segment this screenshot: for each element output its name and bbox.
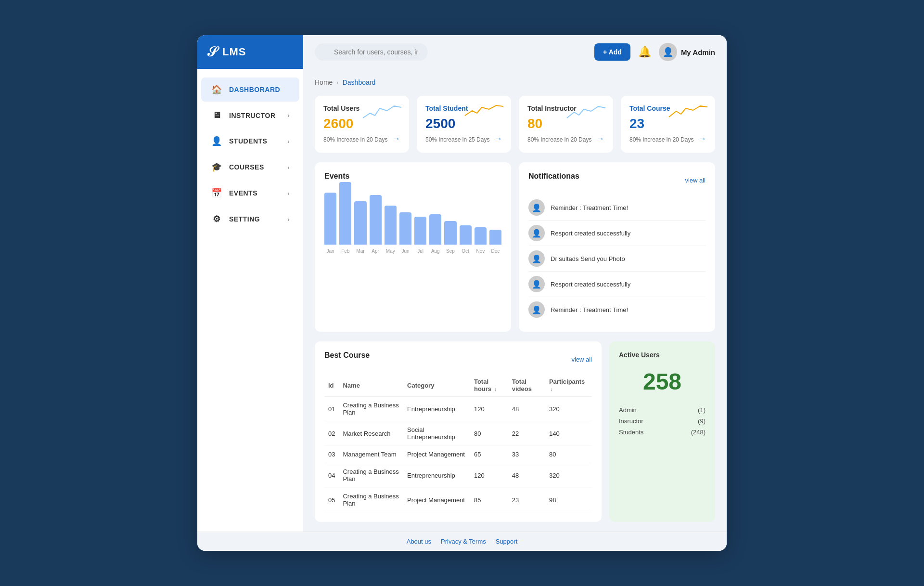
bar-item: Aug: [429, 214, 441, 254]
notif-avatar: 👤: [528, 276, 545, 292]
notif-header: Notificationas view all: [528, 172, 706, 188]
user-row: Students (248): [619, 427, 706, 438]
stats-row: Total Users 2600 80% Increase in 20 Days…: [315, 96, 715, 153]
sidebar-header: 𝒮 LMS: [197, 35, 303, 69]
bell-icon[interactable]: 🔔: [638, 46, 651, 58]
sidebar-item-students[interactable]: 👤 STUDENTS ›: [201, 129, 299, 153]
sidebar-item-setting[interactable]: ⚙ SETTING ›: [201, 207, 299, 231]
bar-item: Feb: [339, 182, 351, 254]
cell-name: Creating a Business Plan: [339, 397, 403, 421]
cell-videos: 23: [508, 488, 545, 512]
content-area: Home › Dashboard Total Users 2600 80% In…: [303, 69, 727, 532]
cell-id: 05: [324, 488, 339, 512]
bar-item: May: [385, 206, 397, 254]
header-actions: + Add 🔔 👤 My Admin: [594, 43, 715, 61]
cell-id: 03: [324, 446, 339, 463]
bar-label: Jul: [417, 248, 424, 254]
sidebar-label-students: STUDENTS: [229, 137, 267, 145]
stat-arrow-students[interactable]: →: [494, 134, 502, 144]
bar: [460, 225, 472, 245]
table-header-row: Id Name Category Total hours ↓ Total vid…: [324, 374, 592, 397]
notif-text: Dr sultads Send you Photo: [551, 255, 625, 262]
notif-item: 👤 Reminder : Treatment Time!: [528, 297, 706, 322]
table-section: Best Course view all Id Name Category To…: [315, 341, 715, 522]
stat-arrow-instructor[interactable]: →: [596, 134, 604, 144]
cell-name: Market Research: [339, 421, 403, 446]
search-input[interactable]: [315, 43, 428, 61]
search-wrapper: 🔍: [315, 43, 498, 61]
bar-label: Dec: [491, 248, 500, 254]
bar: [414, 217, 426, 245]
best-course-card: Best Course view all Id Name Category To…: [315, 341, 602, 522]
breadcrumb-home[interactable]: Home: [315, 78, 333, 86]
bar-item: Jul: [414, 217, 426, 254]
notif-text: Resport created successfully: [551, 230, 630, 237]
chevron-icon-5: ›: [287, 216, 290, 223]
notif-item: 👤 Resport created successfully: [528, 272, 706, 297]
notif-item: 👤 Reminder : Treatment Time!: [528, 195, 706, 221]
students-icon: 👤: [211, 136, 222, 146]
bar-item: Mar: [354, 201, 366, 254]
cell-id: 01: [324, 397, 339, 421]
avatar-wrap[interactable]: 👤 My Admin: [659, 43, 715, 61]
cell-name: Creating a Business Plan: [339, 463, 403, 488]
notif-title: Notificationas: [528, 172, 579, 181]
cell-hours: 120: [470, 397, 508, 421]
cell-participants: 320: [545, 397, 592, 421]
notif-avatar: 👤: [528, 225, 545, 241]
bar: [385, 206, 397, 245]
notif-avatar: 👤: [528, 199, 545, 216]
stat-desc-users: 80% Increase in 20 Days: [323, 135, 400, 144]
add-button[interactable]: + Add: [594, 43, 630, 61]
bar: [324, 193, 336, 245]
stat-arrow-users[interactable]: →: [392, 134, 400, 144]
user-row: Insructor (9): [619, 416, 706, 427]
bar: [429, 214, 441, 245]
user-breakdown: Admin (1) Insructor (9) Students (248): [619, 404, 706, 438]
cell-id: 04: [324, 463, 339, 488]
notif-text: Reminder : Treatment Time!: [551, 204, 628, 211]
bar-label: Oct: [462, 248, 469, 254]
col-category: Category: [403, 374, 470, 397]
notif-avatar: 👤: [528, 250, 545, 267]
cell-participants: 140: [545, 421, 592, 446]
stat-card-students: Total Student 2500 50% Increase in 25 Da…: [417, 96, 511, 153]
cell-id: 02: [324, 421, 339, 446]
footer-about[interactable]: About us: [407, 538, 431, 545]
main-window: 𝒮 LMS 🔍 + Add 🔔 👤 My Admin 🏠 DAS: [197, 35, 727, 551]
sparkline-course: [669, 104, 707, 125]
notif-item: 👤 Dr sultads Send you Photo: [528, 246, 706, 272]
courses-icon: 🎓: [211, 162, 222, 172]
breadcrumb-current: Dashboard: [343, 78, 376, 86]
bar-item: Oct: [460, 225, 472, 254]
sidebar-item-events[interactable]: 📅 EVENTS ›: [201, 181, 299, 205]
avatar: 👤: [659, 43, 677, 61]
chevron-icon-2: ›: [287, 138, 290, 145]
notif-view-all[interactable]: view all: [685, 177, 706, 184]
stat-desc-instructor: 80% Increase in 20 Days: [527, 135, 604, 144]
bar-label: Sep: [446, 248, 455, 254]
footer-privacy[interactable]: Privacy & Terms: [441, 538, 486, 545]
bottom-section: Events JanFebMarAprMayJunJulAugSepOctNov…: [315, 162, 715, 332]
breadcrumb: Home › Dashboard: [315, 78, 715, 86]
cell-category: Entrepreneurship: [403, 463, 470, 488]
sidebar-item-dashboard[interactable]: 🏠 DASHBORARD: [201, 78, 299, 102]
table-row: 01 Creating a Business Plan Entrepreneur…: [324, 397, 592, 421]
cell-participants: 80: [545, 446, 592, 463]
table-header: Best Course view all: [324, 351, 592, 367]
notif-text: Resport created successfully: [551, 281, 630, 288]
footer-support[interactable]: Support: [496, 538, 518, 545]
sidebar-item-courses[interactable]: 🎓 COURSES ›: [201, 155, 299, 179]
notif-item: 👤 Resport created successfully: [528, 221, 706, 246]
sidebar-label-events: EVENTS: [229, 189, 257, 197]
sparkline-users: [363, 104, 401, 125]
stat-arrow-course[interactable]: →: [698, 134, 706, 144]
user-role: Admin: [619, 406, 637, 414]
sidebar-item-instructor[interactable]: 🖥 INSTRUCTOR ›: [201, 104, 299, 127]
instructor-icon: 🖥: [211, 110, 222, 120]
notif-text: Reminder : Treatment Time!: [551, 306, 628, 313]
table-view-all[interactable]: view all: [571, 356, 592, 363]
stat-desc-course: 80% Increase in 20 Days: [629, 135, 706, 144]
notif-list: 👤 Reminder : Treatment Time! 👤 Resport c…: [528, 195, 706, 322]
cell-hours: 80: [470, 421, 508, 446]
